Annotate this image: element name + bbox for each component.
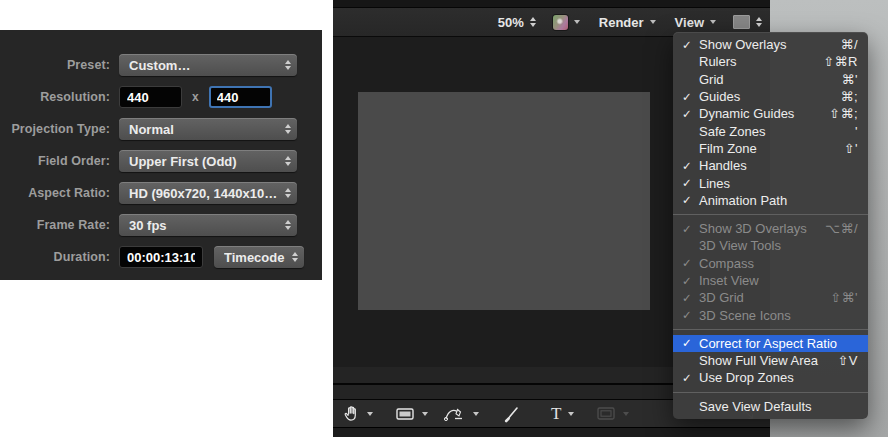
field-order-row: Field Order: Upper First (Odd) [0, 150, 322, 172]
checkmark-icon: ✓ [680, 336, 699, 350]
preset-label: Preset: [0, 58, 119, 72]
stepper-icon [292, 252, 298, 263]
menu-item-show-overlays[interactable]: ✓Show Overlays⌘/ [673, 36, 868, 53]
chevron-down-icon [422, 412, 428, 416]
projection-type-dropdown[interactable]: Normal [119, 118, 297, 140]
frame-rate-dropdown[interactable]: 30 fps [119, 214, 297, 236]
aspect-ratio-row: Aspect Ratio: HD (960x720, 1440x10… [0, 182, 322, 204]
chevron-down-icon [623, 412, 629, 416]
menu-item-shortcut: ⇧⌘; [829, 106, 858, 121]
preset-row: Preset: Custom… [0, 54, 322, 76]
resolution-label: Resolution: [0, 90, 119, 104]
stepper-icon [285, 60, 291, 71]
canvas-stage[interactable] [358, 92, 650, 310]
zoom-level-control[interactable]: 50% [498, 15, 536, 30]
menu-item-save-view-defaults[interactable]: Save View Defaults [673, 398, 868, 415]
menu-item-label: Show Overlays [699, 37, 832, 52]
menu-item-show-full-view-area[interactable]: Show Full View Area⇧V [673, 352, 868, 369]
menu-separator [673, 392, 868, 393]
menu-item-guides[interactable]: ✓Guides⌘; [673, 88, 868, 105]
bezier-tool-button[interactable] [444, 405, 479, 423]
menu-item-use-drop-zones[interactable]: ✓Use Drop Zones [673, 369, 868, 386]
checkmark-icon: ✓ [680, 107, 699, 121]
projection-type-label: Projection Type: [0, 122, 119, 136]
aspect-ratio-dropdown[interactable]: HD (960x720, 1440x10… [119, 182, 297, 204]
field-order-dropdown[interactable]: Upper First (Odd) [119, 150, 297, 172]
aspect-ratio-value: HD (960x720, 1440x10… [129, 186, 279, 201]
stepper-icon [285, 156, 291, 167]
menu-item-show-3d-overlays: ✓Show 3D Overlays⌥⌘/ [673, 220, 868, 237]
menu-item-compass: ✓Compass [673, 255, 868, 272]
menu-item-lines[interactable]: ✓Lines [673, 174, 868, 191]
menu-item-handles[interactable]: ✓Handles [673, 157, 868, 174]
menu-item-rulers[interactable]: Rulers⇧⌘R [673, 53, 868, 70]
menu-item-label: Compass [699, 256, 850, 271]
menu-item-correct-for-aspect-ratio[interactable]: ✓Correct for Aspect Ratio [673, 335, 868, 352]
menu-item-label: 3D Scene Icons [699, 308, 850, 323]
menu-item-label: Save View Defaults [699, 399, 850, 414]
projection-type-value: Normal [129, 122, 279, 137]
menu-separator [673, 214, 868, 215]
stepper-icon [285, 124, 291, 135]
rect-tool-button[interactable] [395, 406, 428, 422]
duration-unit-dropdown[interactable]: Timecode [214, 246, 304, 268]
channels-control[interactable] [553, 15, 580, 30]
menu-item-safe-zones[interactable]: Safe Zones' [673, 122, 868, 139]
menu-item-shortcut: ⌘' [842, 72, 858, 87]
dropzone-tool-button [596, 406, 629, 421]
checkmark-icon: ✓ [680, 193, 699, 207]
menu-item-label: Inset View [699, 273, 850, 288]
frame-rate-label: Frame Rate: [0, 218, 119, 232]
chevron-down-icon [367, 412, 373, 416]
hand-tool-button[interactable] [343, 405, 373, 422]
menu-item-label: 3D Grid [699, 290, 822, 305]
hand-tool-icon [343, 405, 360, 422]
zoom-level-value: 50% [498, 15, 524, 30]
stepper-icon [756, 17, 762, 28]
menu-item-3d-grid: ✓3D Grid⇧⌘' [673, 289, 868, 306]
menu-item-3d-scene-icons: ✓3D Scene Icons [673, 306, 868, 323]
checkmark-icon: ✓ [680, 291, 699, 305]
stepper-icon [285, 220, 291, 231]
view-menu-button[interactable]: View [675, 15, 716, 30]
chevron-down-icon [650, 20, 656, 24]
view-layout-control[interactable] [733, 15, 762, 29]
menu-item-grid[interactable]: Grid⌘' [673, 71, 868, 88]
menu-item-label: Rulers [699, 54, 815, 69]
stepper-icon [285, 188, 291, 199]
checkmark-icon: ✓ [680, 38, 699, 52]
checkmark-icon: ✓ [680, 371, 699, 385]
menu-item-shortcut: ⌥⌘/ [825, 221, 858, 236]
menu-item-label: Show Full View Area [699, 353, 829, 368]
window-top-strip [333, 0, 770, 8]
checkmark-icon: ✓ [680, 222, 699, 236]
menu-item-label: Safe Zones [699, 124, 847, 139]
view-menu-label: View [675, 15, 704, 30]
menu-item-label: Correct for Aspect Ratio [699, 336, 850, 351]
preset-dropdown[interactable]: Custom… [119, 54, 297, 76]
render-menu-label: Render [599, 15, 644, 30]
project-properties-panel: Preset: Custom… Resolution: x Projection… [0, 30, 322, 280]
resolution-row: Resolution: x [0, 86, 322, 108]
menu-item-label: Grid [699, 72, 834, 87]
paintbrush-tool-icon [503, 405, 521, 423]
render-menu-button[interactable]: Render [599, 15, 656, 30]
layout-square-icon [733, 15, 750, 29]
menu-item-label: Lines [699, 176, 850, 191]
rect-tool-icon [395, 406, 415, 422]
checkmark-icon: ✓ [680, 308, 699, 322]
duration-field[interactable] [119, 246, 203, 268]
preset-value: Custom… [129, 58, 279, 73]
menu-item-shortcut: ⇧⌘R [823, 54, 858, 69]
menu-item-inset-view: ✓Inset View [673, 272, 868, 289]
menu-item-shortcut: ⇧⌘' [830, 290, 858, 305]
resolution-x-separator: x [192, 90, 199, 104]
text-tool-button[interactable]: T [551, 405, 574, 422]
menu-item-dynamic-guides[interactable]: ✓Dynamic Guides⇧⌘; [673, 105, 868, 122]
resolution-height-field[interactable] [209, 86, 272, 108]
resolution-width-field[interactable] [119, 86, 182, 108]
menu-item-label: Animation Path [699, 193, 850, 208]
menu-item-film-zone[interactable]: Film Zone⇧' [673, 140, 868, 157]
paintbrush-tool-button[interactable] [503, 405, 521, 423]
menu-item-animation-path[interactable]: ✓Animation Path [673, 192, 868, 209]
